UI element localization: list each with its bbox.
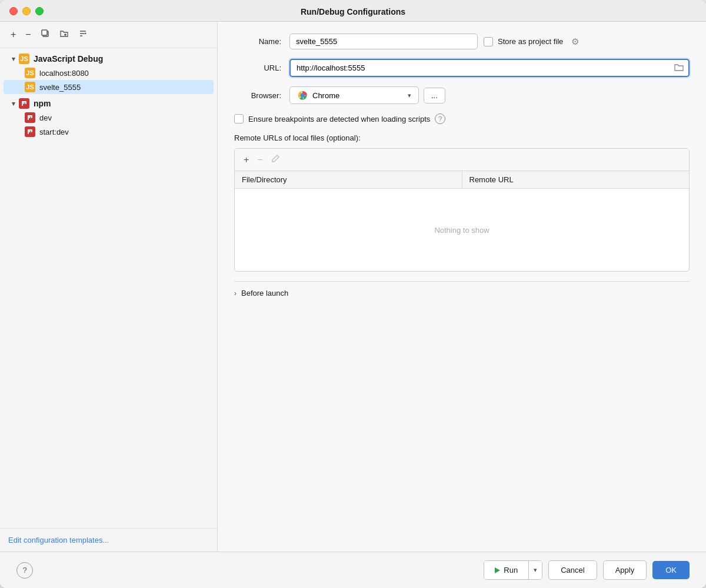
ok-button[interactable]: OK [652,561,690,579]
npm-group[interactable]: ▾ npm [4,96,214,111]
name-input[interactable] [289,34,478,49]
name-row: Name: Store as project file ⚙ [234,34,690,49]
help-button[interactable]: ? [16,562,33,579]
browser-more-button[interactable]: ... [424,88,445,103]
browser-name: Chrome [312,91,339,100]
dev-icon [25,112,35,123]
svg-rect-22 [29,129,31,132]
apply-button[interactable]: Apply [603,560,647,580]
store-project-checkbox[interactable] [484,37,493,46]
form-section: Name: Store as project file ⚙ URL: [234,34,690,552]
browser-dropdown-left: Chrome [297,90,339,101]
breakpoints-checkbox[interactable] [234,114,244,123]
svg-rect-11 [25,101,26,104]
js-debug-icon: JS [19,54,29,64]
svelte5555-label: svelte_5555 [39,83,81,92]
js-debug-label: JavaScript Debug [34,54,103,64]
startdev-label: start:dev [39,128,69,136]
url-row: URL: [234,59,690,77]
breakpoints-row: Ensure breakpoints are detected when loa… [234,113,690,124]
js-debug-section: ▾ JS JavaScript Debug JS localhost:8080 … [0,52,217,94]
before-launch-chevron-icon: › [234,289,237,298]
js-debug-chevron: ▾ [12,55,15,63]
name-label: Name: [234,37,281,46]
bottom-bar: ? Run ▾ Cancel Apply OK [0,552,706,588]
browser-row: Browser: [234,86,690,104]
table-header: File/Directory Remote URL [235,171,689,189]
before-launch-row[interactable]: › Before launch [234,281,690,305]
right-panel: Name: Store as project file ⚙ URL: [218,22,706,552]
run-button-container: Run ▾ [484,560,542,580]
window-title: Run/Debug Configurations [301,7,405,16]
breakpoints-label: Ensure breakpoints are detected when loa… [248,115,430,123]
run-label: Run [504,566,518,574]
browser-dropdown[interactable]: Chrome ▾ [289,86,419,104]
table-col-remote: Remote URL [462,171,690,188]
browser-label: Browser: [234,91,281,100]
cancel-button[interactable]: Cancel [548,560,597,580]
remote-urls-label: Remote URLs of local files (optional): [234,133,690,142]
table-col-file: File/Directory [235,171,462,188]
url-input[interactable] [289,59,690,77]
maximize-button[interactable] [35,7,44,15]
svg-point-25 [301,93,305,98]
dropdown-arrow-icon: ▾ [408,92,411,99]
table-empty-label: Nothing to show [434,226,489,235]
table-toolbar: + − [235,149,689,171]
sidebar-tree: ▾ JS JavaScript Debug JS localhost:8080 … [0,48,217,528]
url-folder-icon[interactable] [674,63,684,73]
store-project-row: Store as project file ⚙ [484,36,579,47]
sort-button[interactable] [76,28,90,42]
store-project-label: Store as project file [498,37,563,46]
add-config-button[interactable]: + [8,28,18,41]
copy-config-button[interactable] [38,28,52,42]
npm-label: npm [34,99,51,108]
minimize-button[interactable] [22,7,31,15]
sidebar-toolbar: + − [0,22,217,48]
edit-templates-link[interactable]: Edit configuration templates... [8,536,109,544]
url-label: URL: [234,64,281,72]
new-folder-button[interactable] [57,28,71,42]
run-dropdown-button[interactable]: ▾ [529,561,542,579]
table-edit-button[interactable] [269,153,282,166]
play-icon [495,567,500,573]
close-button[interactable] [9,7,18,15]
svelte5555-icon: JS [25,82,35,92]
sidebar-footer: Edit configuration templates... [0,528,217,552]
browser-select-container: Chrome ▾ ... [289,86,445,104]
sidebar-item-localhost8080[interactable]: JS localhost:8080 [4,66,214,80]
table-remove-button[interactable]: − [255,153,264,166]
sidebar: + − [0,22,218,552]
sidebar-item-dev[interactable]: dev [4,111,214,125]
npm-section: ▾ npm [0,96,217,139]
svg-rect-12 [24,101,25,104]
svg-rect-17 [29,115,31,118]
localhost8080-icon: JS [25,68,35,78]
run-button[interactable]: Run [484,561,528,579]
sidebar-item-svelte5555[interactable]: JS svelte_5555 [4,80,214,94]
table-body: Nothing to show [235,189,689,271]
npm-chevron: ▾ [12,100,15,108]
title-bar: Run/Debug Configurations [0,0,706,22]
startdev-icon [25,126,35,137]
remote-urls-table: + − File/Directory Remote URL Nothi [234,148,690,272]
chrome-icon [297,90,308,101]
gear-icon[interactable]: ⚙ [571,36,579,47]
svg-rect-1 [42,30,47,35]
npm-icon [19,98,29,109]
table-add-button[interactable]: + [242,153,251,166]
js-debug-group[interactable]: ▾ JS JavaScript Debug [4,52,214,66]
svg-rect-16 [31,115,32,118]
remove-config-button[interactable]: − [23,28,33,41]
sidebar-item-startdev[interactable]: start:dev [4,125,214,139]
localhost8080-label: localhost:8080 [39,69,89,78]
url-input-container [289,59,690,77]
svg-rect-21 [31,129,32,132]
dev-label: dev [39,113,52,122]
breakpoints-help-icon[interactable]: ? [435,113,445,124]
before-launch-label: Before launch [241,289,288,298]
traffic-lights [9,7,44,15]
